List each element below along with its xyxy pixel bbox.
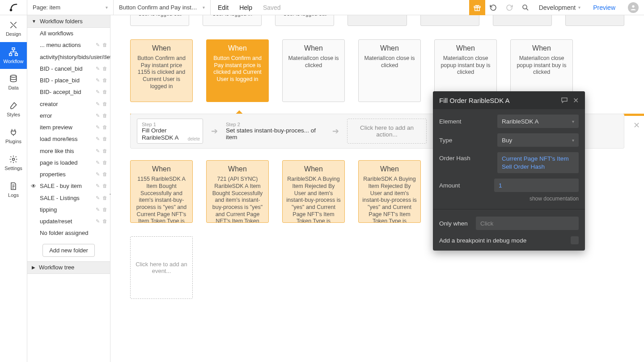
redo-button[interactable] bbox=[501, 0, 517, 15]
trash-icon[interactable]: 🗑 bbox=[102, 183, 107, 190]
trash-icon[interactable]: 🗑 bbox=[102, 113, 107, 119]
undo-button[interactable] bbox=[485, 0, 501, 15]
pencil-icon[interactable]: ✎ bbox=[96, 54, 100, 60]
folder-item[interactable]: ... menu actions✎🗑 bbox=[27, 39, 110, 51]
event-card[interactable]: When721 (API SYNC) RaribleSDK A Item Bou… bbox=[206, 160, 269, 223]
trash-icon[interactable]: 🗑 bbox=[102, 195, 107, 201]
gift-button[interactable] bbox=[469, 0, 485, 15]
folder-item[interactable]: item preview✎🗑 bbox=[27, 122, 110, 133]
amount-input[interactable] bbox=[494, 179, 579, 192]
pencil-icon[interactable]: ✎ bbox=[96, 195, 100, 201]
step-2[interactable]: Step 2 Set states instant-buy-proces... … bbox=[226, 122, 324, 141]
event-card[interactable]: User is logged out bbox=[130, 15, 189, 26]
add-action-button[interactable]: Click here to add an action... bbox=[347, 119, 427, 144]
element-select[interactable]: RaribleSDK A ▾ bbox=[497, 115, 579, 128]
breakpoint-checkbox[interactable] bbox=[571, 236, 579, 244]
trash-icon[interactable]: 🗑 bbox=[102, 207, 107, 213]
pencil-icon[interactable]: ✎ bbox=[96, 77, 100, 84]
pencil-icon[interactable]: ✎ bbox=[96, 207, 100, 213]
folder-item[interactable]: tipping✎🗑 bbox=[27, 204, 110, 216]
type-select[interactable]: Buy ▾ bbox=[497, 133, 579, 147]
folder-item[interactable]: BID- accept_bid✎🗑 bbox=[27, 86, 110, 98]
event-card[interactable] bbox=[493, 15, 552, 26]
comment-icon[interactable] bbox=[560, 96, 568, 104]
step-delete[interactable]: delete bbox=[188, 136, 200, 141]
nav-workflow[interactable]: Workflow bbox=[0, 42, 27, 69]
pencil-icon[interactable]: ✎ bbox=[96, 160, 100, 166]
pencil-icon[interactable]: ✎ bbox=[96, 183, 100, 190]
workflow-breadcrumb-selector[interactable]: Button Confirm and Pay instant ... ▾ bbox=[114, 0, 211, 15]
folder-item[interactable]: BID - cancel_bid✎🗑 bbox=[27, 63, 110, 75]
trash-icon[interactable]: 🗑 bbox=[102, 171, 107, 178]
nav-settings[interactable]: Settings bbox=[0, 149, 27, 176]
pencil-icon[interactable]: ✎ bbox=[96, 124, 100, 131]
trash-icon[interactable]: 🗑 bbox=[102, 43, 107, 49]
event-card[interactable]: When1155 RaribleSDK A Item Bought Succes… bbox=[130, 160, 193, 223]
trash-icon[interactable]: 🗑 bbox=[102, 54, 107, 60]
event-card[interactable]: User is logged in bbox=[203, 15, 262, 26]
event-card[interactable] bbox=[420, 15, 479, 26]
folders-header[interactable]: ▼ Workflow folders bbox=[27, 15, 110, 28]
add-folder-button[interactable]: Add new folder bbox=[42, 244, 95, 257]
folder-item[interactable]: 👁SALE - buy item✎🗑 bbox=[27, 180, 110, 192]
folder-item[interactable]: creator✎🗑 bbox=[27, 98, 110, 110]
trash-icon[interactable]: 🗑 bbox=[102, 218, 107, 225]
folder-all-workflows[interactable]: All workflows bbox=[27, 28, 110, 39]
trash-icon[interactable]: 🗑 bbox=[102, 101, 107, 107]
nav-styles[interactable]: Styles bbox=[0, 96, 27, 123]
nav-logs[interactable]: Logs bbox=[0, 176, 27, 203]
trash-icon[interactable]: 🗑 bbox=[102, 148, 107, 154]
nav-plugins[interactable]: Plugins bbox=[0, 123, 27, 149]
menu-edit[interactable]: Edit bbox=[218, 4, 229, 11]
event-card[interactable]: WhenButton Confirm and Pay instant price… bbox=[206, 39, 269, 102]
folder-item[interactable]: page is loaded✎🗑 bbox=[27, 157, 110, 169]
pencil-icon[interactable]: ✎ bbox=[96, 171, 100, 178]
event-card[interactable] bbox=[565, 15, 624, 26]
user-avatar[interactable] bbox=[628, 2, 639, 13]
app-logo[interactable] bbox=[0, 0, 27, 15]
trash-icon[interactable]: 🗑 bbox=[102, 89, 107, 96]
event-card[interactable]: WhenMaterialIcon close is clicked bbox=[358, 39, 421, 102]
folder-item[interactable]: more like this✎🗑 bbox=[27, 145, 110, 157]
panel-header[interactable]: Fill Order RaribleSDK A ✕ bbox=[433, 91, 585, 109]
pencil-icon[interactable]: ✎ bbox=[96, 66, 100, 72]
trash-icon[interactable]: 🗑 bbox=[102, 160, 107, 166]
pencil-icon[interactable]: ✎ bbox=[96, 113, 100, 119]
event-card[interactable] bbox=[347, 15, 407, 26]
order-hash-expression[interactable]: Current Page NFT's Item Sell Order Hash bbox=[497, 152, 579, 173]
preview-button[interactable]: Preview bbox=[586, 4, 623, 11]
folder-item[interactable]: update/reset✎🗑 bbox=[27, 216, 110, 227]
event-card[interactable]: User is logged out bbox=[275, 15, 334, 26]
folder-item[interactable]: SALE - Listings✎🗑 bbox=[27, 192, 110, 204]
folder-item[interactable]: BID - place_bid✎🗑 bbox=[27, 75, 110, 86]
menu-help[interactable]: Help bbox=[239, 4, 252, 11]
page-selector[interactable]: Page: item ▾ bbox=[27, 0, 114, 15]
folder-item[interactable]: properties✎🗑 bbox=[27, 169, 110, 180]
environment-selector[interactable]: Development ▾ bbox=[534, 4, 586, 11]
event-card[interactable]: WhenRaribleSDK A Buying Item Rejected By… bbox=[282, 160, 345, 223]
search-button[interactable] bbox=[517, 0, 534, 15]
step-1[interactable]: Step 1 Fill Order RaribleSDK A delete bbox=[137, 119, 203, 144]
event-card[interactable]: WhenMaterialIcon close is clicked bbox=[282, 39, 345, 102]
nav-design[interactable]: Design bbox=[0, 15, 27, 42]
show-documentation-link[interactable]: show documentation bbox=[439, 196, 579, 202]
trash-icon[interactable]: 🗑 bbox=[102, 77, 107, 84]
trash-icon[interactable]: 🗑 bbox=[102, 136, 107, 143]
pencil-icon[interactable]: ✎ bbox=[96, 89, 100, 96]
folder-item[interactable]: load more/less✎🗑 bbox=[27, 133, 110, 145]
event-card[interactable]: WhenRaribleSDK A Buying Item Rejected By… bbox=[358, 160, 421, 223]
pencil-icon[interactable]: ✎ bbox=[96, 148, 100, 154]
pencil-icon[interactable]: ✎ bbox=[96, 218, 100, 225]
pencil-icon[interactable]: ✎ bbox=[96, 101, 100, 107]
trash-icon[interactable]: 🗑 bbox=[102, 66, 107, 72]
only-when-input[interactable] bbox=[476, 217, 579, 230]
pencil-icon[interactable]: ✎ bbox=[96, 43, 100, 49]
close-icon[interactable]: ✕ bbox=[573, 96, 579, 105]
pencil-icon[interactable]: ✎ bbox=[96, 136, 100, 143]
property-panel[interactable]: Fill Order RaribleSDK A ✕ Element Raribl… bbox=[433, 91, 585, 251]
folder-item[interactable]: activity(history/bids/user/details)✎🗑 bbox=[27, 51, 110, 63]
trash-icon[interactable]: 🗑 bbox=[102, 124, 107, 131]
nav-data[interactable]: Data bbox=[0, 69, 27, 96]
add-event-button[interactable]: Click here to add an event... bbox=[130, 236, 193, 299]
close-strip-button[interactable]: ✕ bbox=[633, 120, 640, 130]
